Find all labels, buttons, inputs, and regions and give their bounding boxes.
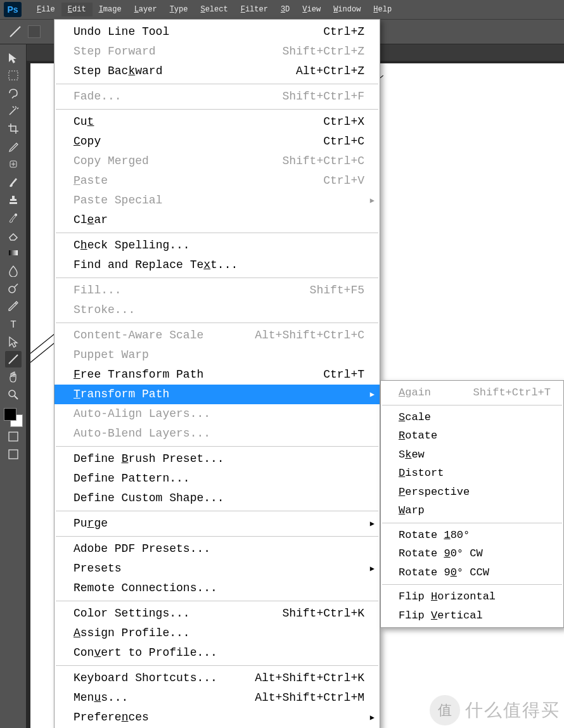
edit_menu-item-find-and-replace-text[interactable]: Find and Replace Text...: [54, 255, 380, 275]
menu-item-label: Rotate 90° CW: [399, 546, 551, 562]
menu-item-label: Preferences: [74, 709, 364, 726]
menu-item-shortcut: Ctrl+V: [323, 172, 364, 189]
menu-item-label: Transform Path: [74, 386, 364, 403]
transform_submenu-item-warp[interactable]: Warp: [381, 501, 563, 520]
tool-wand[interactable]: [5, 103, 22, 119]
edit_menu-item-define-brush-preset[interactable]: Define Brush Preset...: [54, 449, 380, 469]
transform_submenu-item-rotate-180[interactable]: Rotate 180°: [381, 526, 563, 545]
edit_menu-item-convert-to-profile[interactable]: Convert to Profile...: [54, 643, 380, 663]
tool-dodge[interactable]: [5, 280, 22, 297]
tool-hand[interactable]: [5, 369, 22, 385]
tool-zoom[interactable]: [5, 386, 22, 403]
menubar-item-filter[interactable]: Filter: [234, 3, 274, 16]
edit_menu-item-menus[interactable]: Menus...Alt+Shift+Ctrl+M: [54, 688, 380, 708]
transform_submenu-item-distort[interactable]: Distort: [381, 464, 563, 483]
transform_submenu-item-flip-horizontal[interactable]: Flip Horizontal: [381, 587, 563, 606]
options-control[interactable]: [28, 25, 41, 38]
transform_submenu-item-rotate-90-cw[interactable]: Rotate 90° CW: [381, 544, 563, 563]
transform_submenu-item-skew[interactable]: Skew: [381, 445, 563, 464]
edit_menu-item-paste-special: Paste Special▶: [54, 191, 380, 210]
menu-item-shortcut: Ctrl+C: [323, 133, 364, 150]
edit_menu-item-define-pattern[interactable]: Define Pattern...: [54, 469, 380, 489]
menubar-item-view[interactable]: View: [296, 3, 327, 16]
edit_menu-item-presets[interactable]: Presets▶: [54, 559, 380, 578]
tool-path-select[interactable]: [5, 333, 22, 350]
menubar-item-image[interactable]: Image: [93, 3, 128, 16]
edit_menu-item-preferences[interactable]: Preferences▶: [54, 708, 380, 727]
edit_menu-item-step-backward[interactable]: Step BackwardAlt+Ctrl+Z: [54, 61, 380, 81]
menu-item-label: Cut: [74, 113, 323, 131]
svg-point-7: [9, 286, 15, 293]
foreground-color-swatch[interactable]: [4, 408, 16, 421]
transform_submenu-item-rotate-90-ccw[interactable]: Rotate 90° CCW: [381, 563, 563, 582]
tool-pen[interactable]: [5, 298, 22, 314]
tool-eraser[interactable]: [5, 227, 22, 243]
edit_menu-item-check-spelling[interactable]: Check Spelling...: [54, 236, 380, 255]
menu-item-label: Find and Replace Text...: [74, 257, 364, 274]
edit_menu-item-stroke: Stroke...: [54, 300, 380, 320]
menubar-item-window[interactable]: Window: [327, 3, 367, 16]
menu-item-label: Presets: [74, 560, 364, 577]
tool-crop[interactable]: [5, 120, 22, 137]
transform_submenu-item-perspective[interactable]: Perspective: [381, 483, 563, 502]
tool-lasso[interactable]: [5, 85, 22, 101]
menubar-item-edit[interactable]: Edit: [61, 3, 93, 16]
menu-item-shortcut: Ctrl+X: [323, 113, 364, 131]
edit_menu-item-cut[interactable]: CutCtrl+X: [54, 112, 380, 132]
tool-healing[interactable]: [5, 156, 22, 172]
tool-marquee[interactable]: [5, 67, 22, 84]
tool-gradient[interactable]: [5, 245, 22, 261]
svg-rect-14: [9, 450, 18, 459]
transform_submenu-item-scale[interactable]: Scale: [381, 408, 563, 427]
tool-screen-mode[interactable]: [5, 446, 22, 463]
menubar-item-layer[interactable]: Layer: [128, 3, 163, 16]
tool-history-brush[interactable]: [5, 209, 22, 226]
menu-item-shortcut: Shift+F5: [310, 282, 364, 299]
transform_submenu-separator: [382, 584, 562, 585]
tool-move[interactable]: [5, 49, 22, 66]
menubar-item-file[interactable]: File: [30, 3, 61, 16]
menu-item-label: Color Settings...: [74, 605, 282, 622]
edit_menu-item-define-custom-shape[interactable]: Define Custom Shape...: [54, 489, 380, 508]
transform_submenu-separator: [382, 405, 562, 406]
menubar-item-3d[interactable]: 3D: [274, 3, 296, 16]
menu-item-label: Check Spelling...: [74, 237, 364, 254]
menu-item-label: Again: [399, 385, 473, 401]
transform_submenu-item-rotate[interactable]: Rotate: [381, 426, 563, 445]
edit_menu-separator: [56, 84, 378, 84]
edit_menu-item-color-settings[interactable]: Color Settings...Shift+Ctrl+K: [54, 604, 380, 623]
menu-item-label: Rotate: [399, 428, 551, 444]
edit_menu-item-remote-connections[interactable]: Remote Connections...: [54, 578, 380, 598]
svg-line-12: [15, 396, 18, 399]
edit_menu-item-clear[interactable]: Clear: [54, 210, 380, 230]
edit_menu-item-undo-line-tool[interactable]: Undo Line ToolCtrl+Z: [54, 22, 380, 42]
transform_submenu-item-flip-vertical[interactable]: Flip Vertical: [381, 606, 563, 625]
tool-stamp[interactable]: [5, 191, 22, 208]
edit_menu-item-purge[interactable]: Purge▶: [54, 514, 380, 533]
tool-eyedropper[interactable]: [5, 138, 22, 155]
menubar-item-help[interactable]: Help: [367, 3, 398, 16]
edit_menu-item-adobe-pdf-presets[interactable]: Adobe PDF Presets...: [54, 539, 380, 559]
tool-preset-icon[interactable]: [8, 24, 23, 39]
edit_menu-item-free-transform-path[interactable]: Free Transform PathCtrl+T: [54, 365, 380, 385]
tool-quick-mask[interactable]: [5, 428, 22, 445]
edit_menu-item-transform-path[interactable]: Transform Path▶: [54, 385, 380, 404]
tool-type[interactable]: T: [5, 316, 22, 332]
svg-rect-6: [9, 250, 18, 255]
menubar-item-type[interactable]: Type: [163, 3, 195, 16]
tool-line[interactable]: [5, 351, 22, 367]
menubar-item-select[interactable]: Select: [194, 3, 234, 16]
edit_menu-item-step-forward: Step ForwardShift+Ctrl+Z: [54, 42, 380, 61]
tool-blur[interactable]: [5, 262, 22, 279]
edit_menu-separator: [56, 601, 378, 601]
tool-brush[interactable]: [5, 174, 22, 190]
menu-item-label: Distort: [399, 465, 551, 482]
edit_menu-separator: [56, 536, 378, 537]
edit_menu-item-assign-profile[interactable]: Assign Profile...: [54, 623, 380, 643]
color-swatches[interactable]: [4, 408, 23, 427]
edit_menu-item-copy[interactable]: CopyCtrl+C: [54, 132, 380, 151]
menu-item-label: Paste Special: [74, 192, 364, 209]
edit_menu-item-keyboard-shortcuts[interactable]: Keyboard Shortcuts...Alt+Shift+Ctrl+K: [54, 668, 380, 688]
menu-item-label: Free Transform Path: [74, 366, 323, 383]
edit_menu-separator: [56, 511, 378, 511]
